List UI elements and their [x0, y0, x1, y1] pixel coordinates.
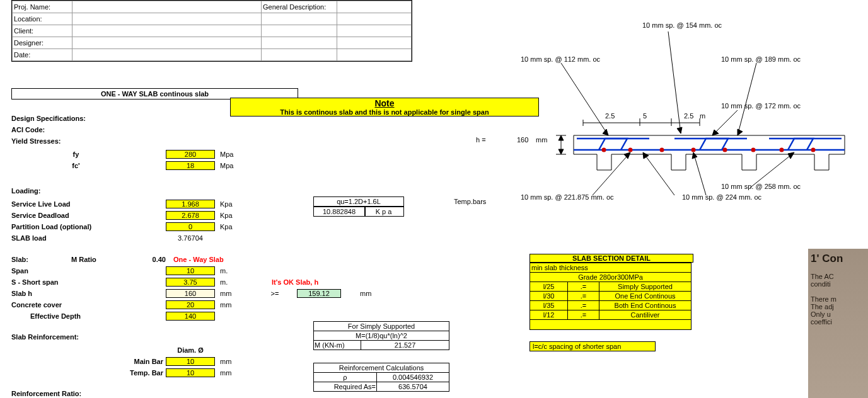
grade: Grade 280or300MPa: [530, 273, 692, 282]
section-detail: SLAB SECTION DETAIL min slab thickness G…: [529, 254, 693, 351]
calc-title: Reinforcement Calculations: [314, 363, 449, 373]
ss-title: For Simply Supported: [314, 322, 449, 331]
cover-unit: mm: [215, 301, 253, 309]
tempbar-input[interactable]: 10: [166, 368, 215, 377]
short-unit: m.: [215, 278, 253, 286]
section-title: SLAB SECTION DETAIL: [529, 254, 693, 263]
rho-label: ρ: [314, 373, 377, 382]
svg-line-21: [561, 63, 608, 135]
loading-block: Loading: Service Live Load 1.968 Kpa Ser…: [11, 187, 253, 244]
note-body: This is continous slab and this is not a…: [231, 108, 538, 116]
svg-marker-26: [712, 130, 719, 135]
fy-input[interactable]: 280: [166, 150, 215, 159]
loading-heading: Loading:: [11, 187, 253, 198]
section-note: l=c/c spacing of shorter span: [529, 341, 656, 351]
mainbar-input[interactable]: 10: [166, 357, 215, 366]
span-unit: m.: [215, 267, 253, 275]
svg-point-17: [780, 148, 784, 152]
diam-label: Diam. Ø: [166, 346, 215, 354]
svg-line-31: [693, 152, 706, 195]
location-label: Location:: [13, 13, 72, 25]
m-label: M (KN-m): [314, 341, 361, 350]
partload-input[interactable]: 0: [166, 222, 215, 231]
h-req-unit: mm: [341, 290, 371, 297]
note-title: Note: [231, 98, 538, 108]
fc-label: fc': [11, 162, 141, 169]
ge-label: >=: [253, 290, 297, 297]
slabload-val: 3.76704: [166, 234, 215, 242]
svg-point-13: [660, 148, 664, 152]
svg-marker-30: [643, 152, 649, 159]
fc-unit: Mpa: [215, 162, 253, 169]
svg-point-12: [628, 148, 633, 152]
spec-heading: Design Specifications:: [11, 115, 253, 126]
design-specs: Design Specifications: ACI Code: Yield S…: [11, 115, 253, 171]
fy-unit: Mpa: [215, 151, 253, 158]
mratio-val: 0.40: [144, 256, 166, 263]
deadload-unit: Kpa: [215, 212, 253, 219]
fc-input[interactable]: 18: [166, 161, 215, 170]
rho-val: 0.004546932: [377, 373, 449, 382]
aci-label: ACI Code:: [11, 126, 253, 137]
qu-block: qu=1.2D+1.6L 10.882848 Kpa: [313, 196, 404, 217]
minthick: min slab thickness: [530, 263, 692, 273]
cover-input[interactable]: 20: [166, 300, 215, 309]
span-label: Span: [11, 267, 166, 275]
slab-section-diagram: [517, 13, 868, 202]
client-label: Client:: [13, 25, 72, 37]
ss-block: For Simply Supported M=(1/8)qu*(ln)^2 M …: [313, 321, 449, 392]
svg-point-18: [811, 148, 816, 152]
svg-marker-32: [692, 152, 697, 159]
qu-unit: Kpa: [365, 207, 404, 217]
svg-point-16: [751, 148, 756, 152]
note-box: Note This is continous slab and this is …: [230, 98, 539, 117]
short-label: S - Short span: [11, 278, 166, 286]
partload-label: Partition Load (optional): [11, 223, 166, 230]
svg-point-14: [692, 148, 696, 152]
liveload-label: Service Live Load: [11, 200, 166, 208]
h-eq-label: h =: [476, 136, 486, 144]
mainbar-unit: mm: [215, 358, 253, 365]
eff-label: Effective Depth: [11, 312, 166, 320]
svg-marker-34: [788, 152, 794, 159]
as-val: 636.5704: [377, 382, 449, 392]
slabload-label: SLAB load: [11, 234, 166, 242]
gendesc-label: General Description:: [262, 1, 337, 13]
h-req: 159.12: [297, 289, 341, 298]
ok-text: It's OK Slab, h: [253, 278, 318, 286]
svg-line-29: [643, 152, 674, 195]
svg-marker-22: [603, 129, 608, 135]
svg-point-11: [602, 148, 606, 152]
short-input[interactable]: 3.75: [166, 278, 215, 287]
eff-val: 140: [166, 312, 215, 321]
designer-label: Designer:: [13, 37, 72, 49]
svg-line-23: [738, 63, 756, 135]
svg-marker-7: [558, 149, 564, 154]
svg-marker-20: [677, 127, 682, 134]
slab-type: One - Way Slab: [166, 256, 224, 263]
deadload-input[interactable]: 2.678: [166, 211, 215, 220]
span-input[interactable]: 10: [166, 266, 215, 275]
ss-formula: M=(1/8)qu*(ln)^2: [314, 331, 449, 341]
svg-line-19: [668, 31, 681, 134]
svg-marker-24: [738, 129, 743, 135]
liveload-input[interactable]: 1.968: [166, 200, 215, 208]
slabh-label: Slab h: [11, 290, 166, 297]
qu-formula: qu=1.2D+1.6L: [313, 196, 404, 207]
svg-point-15: [723, 148, 727, 152]
m-val: 21.527: [361, 341, 449, 350]
mratio-label: M Ratio: [71, 256, 144, 263]
date-label: Date:: [13, 49, 72, 61]
tempbars-label: Temp.bars: [454, 198, 486, 205]
tempbar-label: Temp. Bar: [11, 369, 166, 377]
fy-label: fy: [11, 151, 141, 158]
project-header: Proj. Name:General Description: Location…: [11, 0, 412, 62]
svg-marker-28: [624, 152, 630, 159]
mainbar-label: Main Bar: [11, 358, 166, 365]
svg-marker-6: [558, 135, 564, 140]
partload-unit: Kpa: [215, 223, 253, 230]
projname-label: Proj. Name:: [13, 1, 72, 13]
slabh-input[interactable]: 160: [166, 289, 215, 298]
cover-label: Concrete cover: [11, 301, 166, 309]
as-label: Required As=: [314, 382, 377, 392]
